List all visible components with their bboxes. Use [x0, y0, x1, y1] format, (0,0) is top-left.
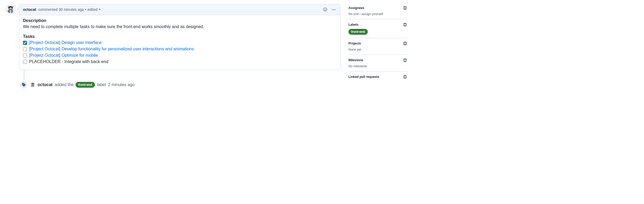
- comment-action: commented 30 minutes ago: [37, 7, 84, 12]
- projects-body: None yet: [348, 48, 407, 51]
- comment-timestamp[interactable]: 30 minutes ago: [59, 7, 84, 12]
- assignees-gear-button[interactable]: [403, 6, 407, 10]
- milestone-title: Milestone: [348, 58, 363, 62]
- tag-icon: [22, 83, 26, 87]
- task-link[interactable]: [Project Octocat] Optimize for mobile: [29, 53, 98, 58]
- task-item: PLACEHOLDER - Integrate with back-end: [23, 59, 337, 65]
- timeline-event-label-added: octocat added the front-end label 2 minu…: [20, 81, 341, 89]
- milestone-gear-button[interactable]: [403, 58, 407, 62]
- gear-icon: [403, 58, 407, 62]
- task-item: [Project Octocat] Design user interface: [23, 39, 337, 46]
- timeline-connector: [24, 70, 341, 81]
- label-pill-front-end[interactable]: front-end: [348, 29, 368, 35]
- author-avatar[interactable]: [5, 4, 16, 15]
- description-heading: Description: [23, 18, 337, 23]
- sidebar-projects: Projects None yet: [348, 38, 407, 55]
- edited-indicator[interactable]: edited: [87, 7, 100, 12]
- kebab-icon: [332, 9, 335, 10]
- task-text: PLACEHOLDER - Integrate with back-end: [29, 59, 108, 64]
- linked-prs-title: Linked pull requests: [348, 75, 379, 79]
- smiley-icon: [323, 7, 327, 12]
- timeline-timestamp[interactable]: 2 minutes ago: [108, 82, 135, 87]
- tasks-heading: Tasks: [23, 34, 337, 39]
- comment-author[interactable]: octocat: [23, 7, 36, 12]
- sidebar-assignees: Assignees No one—assign yourself: [348, 6, 407, 19]
- assign-yourself-link[interactable]: assign yourself: [362, 12, 383, 16]
- timeline-badge: [20, 81, 28, 89]
- gear-icon: [403, 75, 407, 79]
- add-reaction-button[interactable]: [322, 6, 328, 13]
- sidebar-labels: Labels front-end: [348, 19, 407, 38]
- task-item: [Project Octocat] Optimize for mobile: [23, 52, 337, 59]
- comment-box: octocat commented 30 minutes ago • edite…: [19, 4, 341, 70]
- timeline-label-pill[interactable]: front-end: [76, 82, 95, 88]
- task-link[interactable]: [Project Octocat] Develop functionality …: [29, 47, 194, 51]
- caret-down-icon: [99, 9, 101, 10]
- task-link[interactable]: [Project Octocat] Design user interface: [29, 40, 102, 45]
- comment-body: Description We need to complete multiple…: [19, 15, 340, 70]
- task-checkbox[interactable]: [23, 54, 27, 57]
- linked-prs-gear-button[interactable]: [403, 75, 407, 79]
- milestone-body: No milestone: [348, 64, 407, 68]
- task-checkbox[interactable]: [23, 47, 27, 51]
- timeline-suffix: label: [97, 82, 106, 87]
- description-text: We need to complete multiple tasks to ma…: [23, 24, 337, 30]
- comment-menu-button[interactable]: [331, 8, 337, 11]
- projects-title: Projects: [348, 42, 361, 45]
- sidebar-milestone: Milestone No milestone: [348, 55, 407, 72]
- assignees-title: Assignees: [348, 6, 364, 10]
- task-list: [Project Octocat] Design user interface[…: [23, 39, 337, 65]
- gear-icon: [403, 6, 407, 10]
- labels-gear-button[interactable]: [403, 23, 407, 27]
- timeline-prefix: added the: [55, 82, 73, 87]
- projects-gear-button[interactable]: [403, 41, 407, 46]
- task-checkbox[interactable]: [23, 41, 27, 45]
- comment-header: octocat commented 30 minutes ago • edite…: [19, 4, 340, 15]
- timeline-author[interactable]: octocat: [38, 82, 53, 87]
- timeline-avatar[interactable]: [30, 82, 35, 87]
- gear-icon: [403, 23, 407, 27]
- labels-title: Labels: [348, 23, 358, 26]
- sidebar-linked-prs: Linked pull requests: [348, 72, 407, 79]
- assignees-body: No one—assign yourself: [348, 12, 407, 16]
- task-item: [Project Octocat] Develop functionality …: [23, 46, 337, 52]
- gear-icon: [403, 41, 407, 46]
- task-checkbox[interactable]: [23, 60, 27, 64]
